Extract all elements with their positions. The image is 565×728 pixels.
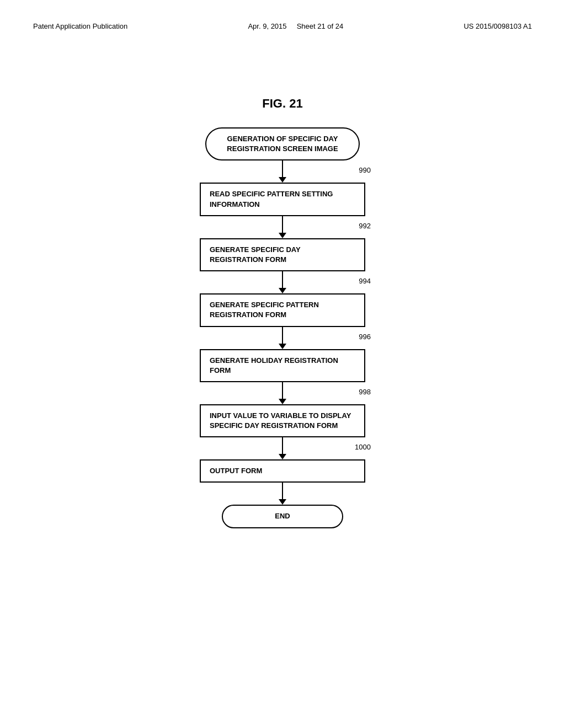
arrow-head-5 <box>279 454 286 459</box>
node-994: GENERATE SPECIFIC PATTERN REGISTRATION F… <box>200 293 365 326</box>
node-998-container: INPUT VALUE TO VARIABLE TO DISPLAY SPECI… <box>200 404 365 437</box>
step-label-1000: 1000 <box>355 443 371 451</box>
node-994-box: GENERATE SPECIFIC PATTERN REGISTRATION F… <box>200 293 365 326</box>
header-date-sheet: Apr. 9, 2015 Sheet 21 of 24 <box>248 22 343 30</box>
connector-4: 998 <box>200 382 365 404</box>
node-start: GENERATION OF SPECIFIC DAY REGISTRATION … <box>205 127 360 160</box>
arrow-line-1 <box>282 216 283 233</box>
arrow-line-4 <box>282 382 283 399</box>
flowchart: GENERATION OF SPECIFIC DAY REGISTRATION … <box>200 127 365 528</box>
node-990-container: READ SPECIFIC PATTERN SETTING INFORMATIO… <box>200 183 365 216</box>
step-label-992: 992 <box>359 222 371 230</box>
node-1000-container: OUTPUT FORM <box>200 459 365 483</box>
arrow-head-1 <box>279 233 286 238</box>
arrow-head-0 <box>279 177 286 183</box>
connector-1: 992 <box>200 216 365 238</box>
arrow-head-2 <box>279 288 286 293</box>
arrow-line-0 <box>282 160 283 177</box>
connector-3: 996 <box>200 327 365 349</box>
node-992-box: GENERATE SPECIFIC DAY REGISTRATION FORM <box>200 238 365 271</box>
page: Patent Application Publication Apr. 9, 2… <box>0 0 565 728</box>
node-990-box: READ SPECIFIC PATTERN SETTING INFORMATIO… <box>200 183 365 216</box>
arrow-head-3 <box>279 344 286 349</box>
arrow-line-5 <box>282 437 283 454</box>
header-left: Patent Application Publication <box>33 22 127 30</box>
header-patent-number: US 2015/0098103 A1 <box>463 22 532 30</box>
arrow-line-6 <box>282 483 283 499</box>
node-996: GENERATE HOLIDAY REGISTRATION FORM <box>200 349 365 382</box>
arrow-head-4 <box>279 399 286 404</box>
header-sheet: Sheet 21 of 24 <box>297 22 344 30</box>
node-1000-box: OUTPUT FORM <box>200 459 365 483</box>
node-996-box: GENERATE HOLIDAY REGISTRATION FORM <box>200 349 365 382</box>
node-994-container: GENERATE SPECIFIC PATTERN REGISTRATION F… <box>200 293 365 326</box>
node-992: GENERATE SPECIFIC DAY REGISTRATION FORM <box>200 238 365 271</box>
node-end-box: END <box>222 505 343 528</box>
node-998: INPUT VALUE TO VARIABLE TO DISPLAY SPECI… <box>200 404 365 437</box>
step-label-990: 990 <box>359 166 371 174</box>
connector-0: 990 <box>200 160 365 183</box>
node-992-container: GENERATE SPECIFIC DAY REGISTRATION FORM <box>200 238 365 271</box>
figure-title: FIG. 21 <box>262 97 302 111</box>
node-start-box: GENERATION OF SPECIFIC DAY REGISTRATION … <box>205 127 360 160</box>
step-label-994: 994 <box>359 277 371 285</box>
connector-5: 1000 <box>200 437 365 459</box>
arrow-line-3 <box>282 327 283 344</box>
node-1000: OUTPUT FORM <box>200 459 365 483</box>
figure-area: FIG. 21 GENERATION OF SPECIFIC DAY REGIS… <box>33 97 532 528</box>
connector-2: 994 <box>200 271 365 293</box>
arrow-line-2 <box>282 271 283 288</box>
node-996-container: GENERATE HOLIDAY REGISTRATION FORM <box>200 349 365 382</box>
node-end: END <box>222 505 343 528</box>
step-label-996: 996 <box>359 333 371 341</box>
step-label-998: 998 <box>359 388 371 396</box>
node-990: READ SPECIFIC PATTERN SETTING INFORMATIO… <box>200 183 365 216</box>
page-header: Patent Application Publication Apr. 9, 2… <box>33 22 532 30</box>
header-date: Apr. 9, 2015 <box>248 22 286 30</box>
connector-6 <box>200 483 365 505</box>
node-998-box: INPUT VALUE TO VARIABLE TO DISPLAY SPECI… <box>200 404 365 437</box>
arrow-head-6 <box>279 499 286 505</box>
